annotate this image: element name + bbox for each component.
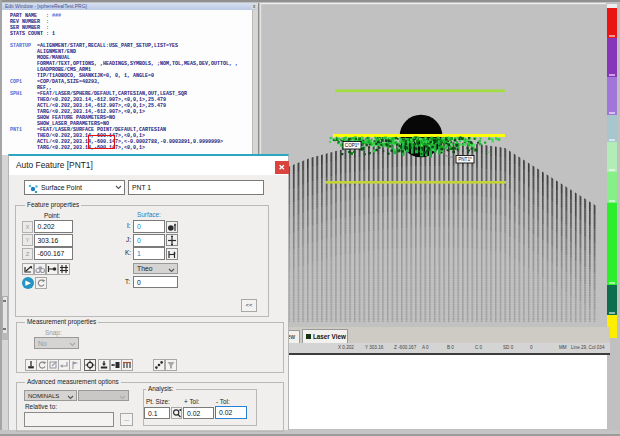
- svg-text:PNT1*: PNT1*: [458, 157, 472, 162]
- svg-text:COP1*: COP1*: [345, 143, 360, 148]
